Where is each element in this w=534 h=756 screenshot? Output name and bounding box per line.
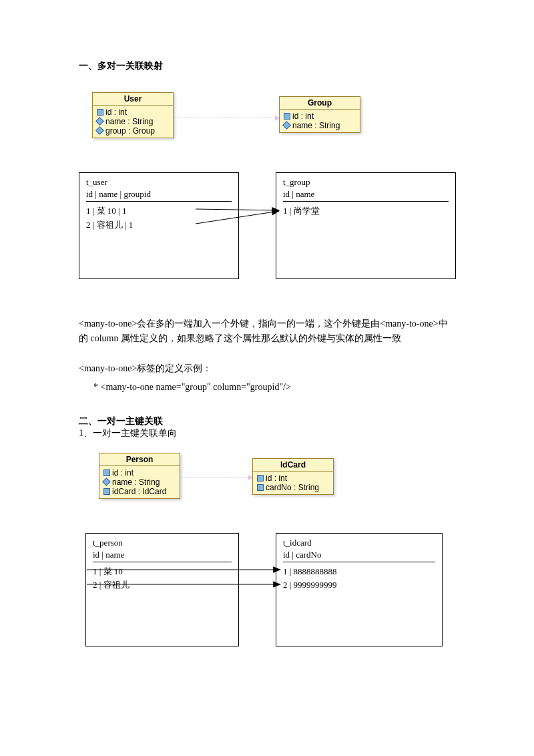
attr-icon	[257, 484, 264, 491]
uml-attr: name : String	[292, 121, 340, 130]
uml-attr: id : int	[292, 112, 314, 121]
uml-user-title: User	[93, 93, 173, 106]
table-header: id | name | groupid	[86, 189, 232, 202]
table-row: 1 | 尚学堂	[283, 204, 449, 218]
attr-icon	[103, 469, 110, 476]
uml-user: User id : int name : String group : Grou…	[92, 92, 174, 138]
table-name: t_user	[86, 177, 232, 188]
table-header: id | name	[283, 189, 449, 202]
uml-row-2: Person id : int name : String idCard : I…	[79, 453, 455, 520]
table-header: id | name	[93, 550, 232, 562]
uml-attr: id : int	[266, 474, 287, 483]
uml-group-title: Group	[280, 97, 360, 110]
section2-sub: 1、一对一主键关联单向	[79, 427, 455, 439]
uml-attr: id : int	[112, 468, 134, 478]
table-row: 2 | 9999999999	[283, 578, 435, 592]
uml-attr: group : Group	[105, 126, 155, 136]
uml-group: Group id : int name : String	[279, 96, 360, 133]
attr-icon	[103, 488, 110, 495]
attr-icon	[257, 475, 264, 482]
uml-attr: idCard : IdCard	[112, 487, 166, 496]
uml-attr: name : String	[112, 478, 160, 487]
table-row: 1 | 菜 10 | 1	[86, 204, 232, 218]
uml-person: Person id : int name : String idCard : I…	[99, 453, 180, 499]
uml-arrow-icon	[174, 118, 279, 118]
table-name: t_idcard	[283, 538, 435, 548]
code-example: * <many-to-one name="group" column="grou…	[79, 380, 455, 395]
table-t-person: t_person id | name 1 | 菜 10 2 | 容祖儿	[85, 533, 239, 646]
attr-icon	[284, 113, 290, 120]
table-name: t_group	[283, 177, 449, 188]
table-row: 2 | 容祖儿	[93, 578, 232, 592]
uml-arrow-icon	[180, 477, 252, 478]
section1-heading: 一、多对一关联映射	[79, 60, 455, 72]
table-t-idcard: t_idcard id | cardNo 1 | 8888888888 2 | …	[276, 533, 443, 646]
uml-idcard: IdCard id : int cardNo : String	[252, 458, 334, 495]
db-row-2: t_person id | name 1 | 菜 10 2 | 容祖儿 t_id…	[79, 533, 455, 653]
table-row: 2 | 容祖儿 | 1	[86, 218, 232, 232]
paragraph: <many-to-one>会在多的一端加入一个外键，指向一的一端，这个外键是由<…	[79, 317, 455, 347]
table-name: t_person	[93, 538, 232, 548]
attr-icon	[97, 109, 103, 116]
attr-icon	[102, 478, 111, 486]
table-row: 1 | 8888888888	[283, 565, 435, 579]
table-t-group: t_group id | name 1 | 尚学堂	[276, 172, 456, 279]
paragraph: <many-to-one>标签的定义示例：	[79, 361, 455, 376]
attr-icon	[95, 117, 104, 126]
section2-heading: 二、一对一主键关联	[79, 415, 455, 427]
table-header: id | cardNo	[283, 550, 435, 562]
attr-icon	[95, 126, 104, 135]
uml-person-title: Person	[99, 453, 180, 466]
db-row-1: t_user id | name | groupid 1 | 菜 10 | 1 …	[79, 172, 455, 286]
uml-attr: name : String	[105, 117, 153, 126]
table-t-user: t_user id | name | groupid 1 | 菜 10 | 1 …	[79, 172, 239, 279]
uml-attr: id : int	[105, 108, 127, 117]
uml-attr: cardNo : String	[266, 483, 319, 492]
table-row: 1 | 菜 10	[93, 565, 232, 579]
uml-idcard-title: IdCard	[253, 459, 333, 471]
uml-row-1: User id : int name : String group : Grou…	[79, 92, 455, 159]
attr-icon	[282, 121, 291, 130]
